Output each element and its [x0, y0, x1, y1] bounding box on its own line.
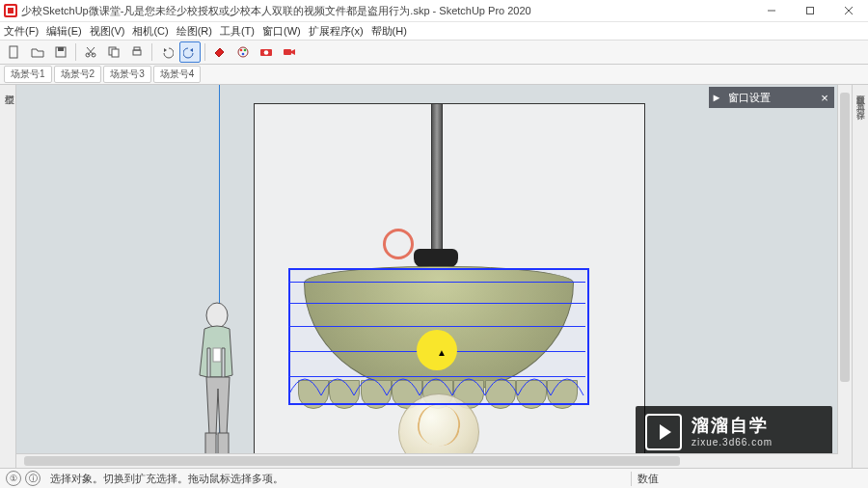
menu-draw[interactable]: 绘图(R) [176, 24, 212, 39]
scene-tab[interactable]: 场景号3 [103, 66, 151, 83]
menu-help[interactable]: 帮助(H) [371, 24, 407, 39]
scene-tab[interactable]: 场景号4 [153, 66, 202, 83]
menu-window[interactable]: 窗口(W) [262, 24, 301, 39]
tool-undo-icon[interactable] [156, 41, 177, 63]
toolbar-sep [75, 43, 76, 61]
svg-rect-4 [10, 46, 17, 58]
svg-point-16 [240, 49, 243, 52]
svg-rect-1 [807, 8, 814, 14]
watermark: 溜溜自学 zixue.3d66.com [636, 406, 832, 458]
menu-bar: 文件(F) 编辑(E) 视图(V) 相机(C) 绘图(R) 工具(T) 窗口(W… [0, 22, 868, 40]
marker-circle-icon [383, 229, 414, 259]
status-bar: ① ⓘ 选择对象。切换到扩充选择。拖动鼠标选择多项。 数值 [0, 468, 868, 488]
tool-video-icon[interactable] [279, 41, 300, 63]
svg-line-9 [88, 47, 95, 55]
svg-rect-14 [134, 47, 140, 50]
measurement-label: 数值 [631, 472, 749, 486]
scroll-thumb[interactable] [24, 456, 680, 466]
tool-cut-icon[interactable] [80, 41, 101, 63]
toolbar [0, 40, 868, 65]
maximize-button[interactable] [791, 0, 829, 21]
watermark-url: zixue.3d66.com [692, 437, 773, 448]
selection-stripe [288, 282, 585, 283]
app-icon [4, 4, 17, 17]
tool-save-icon[interactable] [50, 41, 71, 63]
close-button[interactable] [829, 0, 868, 21]
menu-view[interactable]: 视图(V) [90, 24, 125, 39]
toolbar-sep [204, 43, 205, 61]
svg-point-17 [244, 49, 247, 52]
scene-bar: 场景号1 场景号2 场景号3 场景号4 [0, 65, 868, 85]
menu-ext[interactable]: 扩展程序(x) [309, 24, 364, 39]
toolbar-sep [151, 43, 152, 61]
tray-panel-header[interactable]: ► 窗口设置 × [709, 87, 834, 108]
tray-close-icon[interactable]: × [815, 91, 834, 105]
selection-stripe [288, 326, 585, 327]
svg-rect-23 [213, 348, 221, 362]
menu-tools[interactable]: 工具(T) [220, 24, 255, 39]
status-info-icon[interactable]: ⓘ [25, 471, 41, 486]
right-rail: 默认面板 工具箱 保存 [852, 85, 868, 468]
watermark-title: 溜溜自学 [692, 416, 773, 437]
svg-rect-13 [133, 50, 141, 55]
cursor-icon: ▲ [437, 347, 447, 358]
tool-print-icon[interactable] [126, 41, 148, 63]
svg-point-18 [242, 53, 245, 56]
svg-point-15 [238, 47, 248, 57]
menu-camera[interactable]: 相机(C) [132, 24, 168, 39]
tray-arrow-icon[interactable]: ► [709, 92, 724, 103]
svg-rect-21 [284, 49, 291, 55]
tool-color-icon[interactable] [232, 41, 254, 63]
svg-rect-12 [112, 49, 119, 57]
viewport[interactable]: ▲ ► 窗口设置 × 溜溜自学 zixue.3d66.com [16, 85, 852, 468]
play-icon [645, 414, 682, 450]
svg-rect-6 [58, 47, 64, 51]
tool-new-icon[interactable] [4, 41, 25, 63]
window-buttons [752, 0, 868, 21]
scene-tab[interactable]: 场景号1 [4, 66, 52, 83]
tool-open-icon[interactable] [27, 41, 48, 63]
scale-figure-icon [190, 302, 244, 468]
title-bar: 少校SketchUp微课堂-凡是您未经少校授权或少校本人双联的视频文件都是盗用行… [0, 0, 868, 22]
scroll-thumb[interactable] [840, 93, 850, 382]
scene-tab[interactable]: 场景号2 [54, 66, 102, 83]
status-hint: 选择对象。切换到扩充选择。拖动鼠标选择多项。 [46, 472, 631, 486]
svg-point-22 [206, 303, 228, 328]
selection-arcs [288, 366, 585, 401]
left-rail[interactable]: 模型 [0, 85, 16, 468]
svg-line-10 [87, 47, 94, 55]
tool-copy-icon[interactable] [103, 41, 124, 63]
lamp-pole [431, 103, 443, 255]
selection-stripe [288, 303, 585, 304]
tool-redo-icon[interactable] [179, 41, 201, 63]
lamp-cap [414, 249, 458, 268]
tool-camera-icon[interactable] [256, 41, 277, 63]
horizontal-scrollbar[interactable] [16, 453, 838, 468]
workspace: 模型 [0, 85, 868, 468]
minimize-button[interactable] [752, 0, 791, 21]
tray-title: 窗口设置 [724, 91, 815, 105]
vertical-scrollbar[interactable] [837, 85, 852, 468]
tool-paint-icon[interactable] [209, 41, 231, 63]
window-title: 少校SketchUp微课堂-凡是您未经少校授权或少校本人双联的视频文件都是盗用行… [21, 4, 752, 18]
svg-point-20 [264, 50, 269, 55]
menu-file[interactable]: 文件(F) [4, 24, 39, 39]
menu-edit[interactable]: 编辑(E) [46, 24, 82, 39]
status-help-icon[interactable]: ① [6, 471, 21, 486]
